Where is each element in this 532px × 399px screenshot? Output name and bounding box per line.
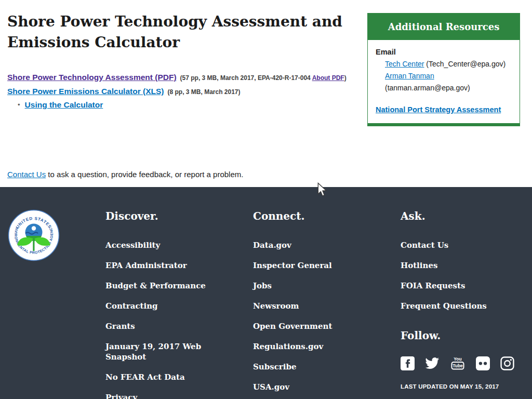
footer-link-inspector-general[interactable]: Inspector General xyxy=(253,261,332,270)
bullet-icon: • xyxy=(18,101,20,109)
page-title-line2: Emissions Calculator xyxy=(7,34,180,51)
list-item: EPA Administrator xyxy=(105,260,207,271)
emissions-calculator-xls-link[interactable]: Shore Power Emissions Calculator (XLS) xyxy=(7,87,164,96)
footer-link-web-snapshot[interactable]: January 19, 2017 Web Snapshot xyxy=(105,342,201,362)
additional-resources-title: Additional Resources xyxy=(367,13,520,40)
footer-link-privacy[interactable]: Privacy xyxy=(105,393,137,399)
list-item: Data.gov xyxy=(253,240,355,250)
additional-resources-body: Email Tech Center (Tech_Center@epa.gov) … xyxy=(367,40,520,126)
using-the-calculator-link[interactable]: Using the Calculator xyxy=(25,100,103,109)
page-footer: · UNITED STATES · ENVIRONMENTAL PROTECTI… xyxy=(0,187,532,399)
footer-link-budget-performance[interactable]: Budget & Performance xyxy=(105,281,206,290)
footer-column-connect: Connect. Data.gov Inspector General Jobs… xyxy=(253,209,401,399)
xls-doc-row: Shore Power Emissions Calculator (XLS)(8… xyxy=(7,87,241,96)
footer-link-regulations-gov[interactable]: Regulations.gov xyxy=(253,342,323,351)
twitter-icon[interactable] xyxy=(425,357,440,369)
list-item: Budget & Performance xyxy=(105,281,207,291)
list-item: Tech Center (Tech_Center@epa.gov) xyxy=(385,58,512,70)
footer-link-usa-gov[interactable]: USA.gov xyxy=(253,382,289,392)
footer-link-newsroom[interactable]: Newsroom xyxy=(253,301,299,311)
follow-heading: Follow. xyxy=(401,329,532,342)
footer-link-foia-requests[interactable]: FOIA Requests xyxy=(401,281,465,290)
ask-heading: Ask. xyxy=(401,209,532,223)
svg-text:You: You xyxy=(454,356,461,362)
footer-link-open-government[interactable]: Open Government xyxy=(253,322,332,331)
list-item: Privacy xyxy=(105,392,207,399)
list-item: Open Government xyxy=(253,321,355,331)
last-updated-text: LAST UPDATED ON MAY 15, 2017 xyxy=(401,383,532,390)
list-item: Accessibility xyxy=(105,240,207,250)
footer-link-epa-administrator[interactable]: EPA Administrator xyxy=(105,261,187,270)
arman-tanman-link[interactable]: Arman Tanman xyxy=(385,72,434,80)
email-contact-list: Tech Center (Tech_Center@epa.gov) Arman … xyxy=(376,58,512,94)
national-port-strategy-link[interactable]: National Port Strategy Assessment xyxy=(376,105,501,114)
pdf-meta: (57 pp, 3 MB, March 2017, EPA-420-R-17-0… xyxy=(180,74,347,82)
list-item: Contact Us xyxy=(401,240,502,250)
list-item: Jobs xyxy=(253,281,355,291)
tech-center-email: (Tech_Center@epa.gov) xyxy=(424,60,506,68)
footer-link-jobs[interactable]: Jobs xyxy=(253,281,272,290)
footer-column-ask: Ask. Contact Us Hotlines FOIA Requests F… xyxy=(401,209,532,399)
footer-link-hotlines[interactable]: Hotlines xyxy=(401,261,437,270)
list-item: FOIA Requests xyxy=(401,281,502,291)
list-item: Contracting xyxy=(105,301,207,311)
list-item: Newsroom xyxy=(253,301,355,311)
list-item: Frequent Questions xyxy=(401,301,502,311)
page-title-line1: Shore Power Technology Assessment and xyxy=(7,13,342,30)
discover-heading: Discover. xyxy=(105,209,253,223)
instagram-icon[interactable] xyxy=(500,356,514,370)
footer-link-no-fear-act[interactable]: No FEAR Act Data xyxy=(105,373,185,382)
footer-link-subscribe[interactable]: Subscribe xyxy=(253,362,296,371)
list-item: Inspector General xyxy=(253,260,355,271)
footer-link-accessibility[interactable]: Accessibility xyxy=(105,241,160,250)
list-item: Arman Tanman(tanman.arman@epa.gov) xyxy=(385,70,512,94)
page-title: Shore Power Technology Assessment and Em… xyxy=(7,11,361,53)
contact-us-link[interactable]: Contact Us xyxy=(7,170,46,179)
svg-text:Tube: Tube xyxy=(453,363,463,368)
footer-link-contracting[interactable]: Contracting xyxy=(105,301,158,311)
list-item: Grants xyxy=(105,321,207,331)
contact-text: to ask a question, provide feedback, or … xyxy=(46,170,243,179)
about-pdf-link[interactable]: About PDF xyxy=(312,74,344,82)
pdf-doc-row: Shore Power Technology Assessment (PDF)(… xyxy=(7,73,347,82)
additional-resources-box: Additional Resources Email Tech Center (… xyxy=(367,13,520,126)
list-item: Hotlines xyxy=(401,260,502,271)
facebook-icon[interactable] xyxy=(401,356,415,370)
list-item: No FEAR Act Data xyxy=(105,372,207,382)
footer-link-contact-us[interactable]: Contact Us xyxy=(401,241,448,250)
flickr-icon[interactable] xyxy=(476,356,490,370)
list-item: Regulations.gov xyxy=(253,341,355,352)
footer-link-grants[interactable]: Grants xyxy=(105,322,135,331)
discover-list: Accessibility EPA Administrator Budget &… xyxy=(105,240,207,399)
connect-list: Data.gov Inspector General Jobs Newsroom… xyxy=(253,240,355,392)
connect-heading: Connect. xyxy=(253,209,401,223)
social-icons-row: You Tube xyxy=(401,356,532,371)
footer-link-frequent-questions[interactable]: Frequent Questions xyxy=(401,301,487,311)
epa-page: Shore Power Technology Assessment and Em… xyxy=(0,0,532,399)
ask-list: Contact Us Hotlines FOIA Requests Freque… xyxy=(401,240,502,311)
tech-center-link[interactable]: Tech Center xyxy=(385,60,424,68)
arman-tanman-email: (tanman.arman@epa.gov) xyxy=(385,82,512,94)
calculator-bullet-row: •Using the Calculator xyxy=(18,100,103,110)
footer-column-discover: Discover. Accessibility EPA Administrato… xyxy=(105,209,253,399)
shore-power-assessment-pdf-link[interactable]: Shore Power Technology Assessment (PDF) xyxy=(7,73,177,82)
list-item: USA.gov xyxy=(253,382,355,392)
epa-seal-logo[interactable]: · UNITED STATES · ENVIRONMENTAL PROTECTI… xyxy=(8,209,60,261)
footer-link-data-gov[interactable]: Data.gov xyxy=(253,241,291,250)
epa-seal-container: · UNITED STATES · ENVIRONMENTAL PROTECTI… xyxy=(8,209,105,399)
list-item: January 19, 2017 Web Snapshot xyxy=(105,341,207,362)
xls-meta: (8 pp, 3 MB, March 2017) xyxy=(167,88,240,96)
contact-row: Contact Us to ask a question, provide fe… xyxy=(7,170,243,179)
youtube-icon[interactable]: You Tube xyxy=(450,356,466,371)
email-label: Email xyxy=(376,48,512,56)
list-item: Subscribe xyxy=(253,362,355,372)
